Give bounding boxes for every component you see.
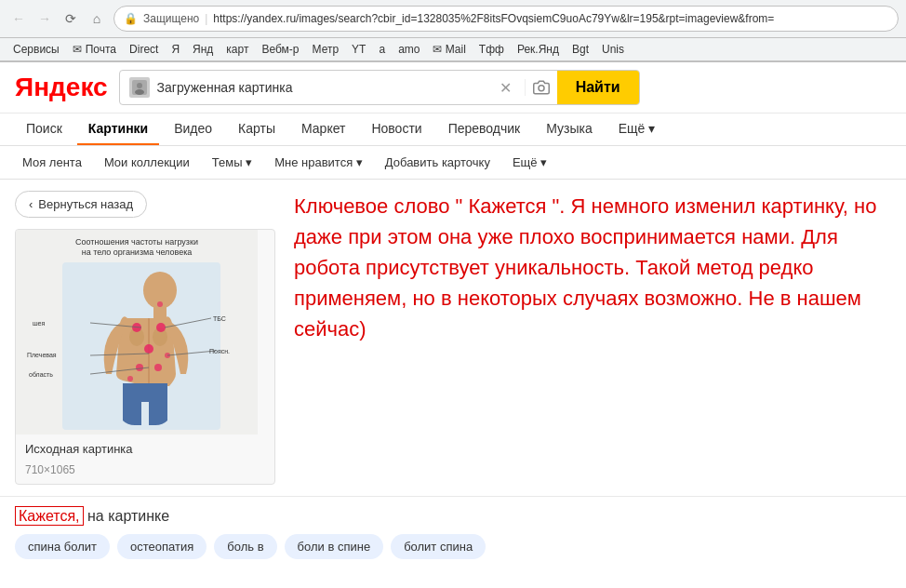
- nav-buttons: ← → ⟳ ⌂: [7, 7, 108, 30]
- tab-kartinki[interactable]: Картинки: [77, 114, 159, 145]
- tab-perevodchik[interactable]: Переводчик: [437, 114, 532, 145]
- tab-poisk[interactable]: Поиск: [15, 114, 73, 145]
- bookmark-amo[interactable]: amo: [393, 41, 425, 58]
- svg-text:на тело организма человека: на тело организма человека: [82, 247, 193, 257]
- forward-button[interactable]: →: [33, 7, 56, 30]
- svg-rect-9: [153, 307, 167, 318]
- bookmark-servisy[interactable]: Сервисы: [7, 41, 65, 58]
- svg-point-2: [135, 89, 144, 95]
- bookmark-yand[interactable]: Янд: [187, 41, 219, 58]
- svg-point-18: [127, 376, 133, 381]
- search-query-text: Загруженная картинка: [157, 80, 488, 95]
- secure-label: Защищено: [143, 12, 199, 25]
- query-highlight: Кажется,: [15, 506, 84, 526]
- reload-button[interactable]: ⟳: [60, 7, 82, 30]
- search-input-area: Загруженная картинка ✕: [120, 77, 525, 98]
- bookmark-tff[interactable]: Тфф: [473, 41, 510, 58]
- svg-point-1: [137, 83, 142, 88]
- tags-row: спина болит остеопатия боль в боли в спи…: [15, 534, 891, 559]
- sec-nav-mne-nravitsya[interactable]: Мне нравится: [267, 152, 370, 173]
- tag-boli-v-spine[interactable]: боли в спине: [285, 534, 384, 559]
- yandex-header: Яндекс Загруженная картинка ✕ Найти: [0, 62, 906, 114]
- svg-point-16: [136, 364, 143, 371]
- tag-bol-v[interactable]: боль в: [214, 534, 276, 559]
- tab-muzyka[interactable]: Музыка: [535, 114, 604, 145]
- bookmark-mail[interactable]: ✉ Mail: [427, 41, 471, 58]
- query-suffix: на картинке: [87, 508, 169, 524]
- bottom-section: Кажется, на картинке спина болит остеопа…: [0, 496, 906, 570]
- bookmark-bgt[interactable]: Bgt: [566, 41, 594, 58]
- tab-market[interactable]: Маркет: [290, 114, 356, 145]
- bookmark-rekyard[interactable]: Рек.Янд: [512, 41, 565, 58]
- separator: |: [205, 12, 207, 25]
- nav-tabs: Поиск Картинки Видео Карты Маркет Новост…: [0, 114, 906, 146]
- tab-novosti[interactable]: Новости: [360, 114, 433, 145]
- back-button[interactable]: ←: [7, 7, 30, 30]
- analysis-text: Ключевое слово " Кажется ". Я немного из…: [294, 191, 891, 344]
- browser-toolbar: ← → ⟳ ⌂ 🔒 Защищено | https://yandex.ru/i…: [0, 0, 906, 38]
- bottom-query: Кажется, на картинке: [15, 508, 891, 525]
- sec-nav-temy[interactable]: Темы: [205, 152, 260, 173]
- main-content: ‹ Вернуться назад Соотношения частоты на…: [0, 180, 906, 496]
- svg-text:шея: шея: [33, 320, 46, 327]
- search-thumb: [129, 77, 150, 98]
- bookmark-pochta[interactable]: ✉ Почта: [67, 41, 122, 58]
- bookmark-a[interactable]: а: [373, 41, 391, 58]
- svg-text:область: область: [29, 371, 53, 378]
- bookmark-metr[interactable]: Метр: [307, 41, 345, 58]
- left-panel: ‹ Вернуться назад Соотношения частоты на…: [15, 191, 275, 485]
- bookmark-ya[interactable]: Я: [166, 41, 185, 58]
- bookmarks-bar: Сервисы ✉ Почта Direct Я Янд карт Вебм-р…: [0, 38, 906, 61]
- bookmark-yt[interactable]: YT: [346, 41, 371, 58]
- svg-point-14: [156, 323, 166, 332]
- svg-point-3: [539, 86, 544, 91]
- yandex-logo[interactable]: Яндекс: [15, 73, 108, 102]
- svg-text:Соотношения частоты нагрузки: Соотношения частоты нагрузки: [75, 237, 198, 247]
- url-text: https://yandex.ru/images/search?cbir_id=…: [213, 12, 888, 25]
- bookmark-webm[interactable]: Вебм-р: [256, 41, 304, 58]
- tag-osteopatiya[interactable]: остеопатия: [117, 534, 207, 559]
- image-label: Исходная картинка: [16, 434, 274, 463]
- tag-spina-bolit[interactable]: спина болит: [15, 534, 110, 559]
- svg-point-20: [157, 301, 163, 307]
- chevron-left-icon: ‹: [29, 197, 33, 211]
- svg-text:Поясн.: Поясн.: [209, 348, 230, 354]
- search-camera-button[interactable]: [525, 79, 557, 96]
- sec-nav-moya-lenta[interactable]: Моя лента: [15, 152, 89, 173]
- search-bar: Загруженная картинка ✕ Найти: [119, 70, 640, 105]
- svg-point-17: [154, 364, 162, 371]
- home-button[interactable]: ⌂: [86, 7, 108, 30]
- tab-karty[interactable]: Карты: [227, 114, 286, 145]
- back-to-results-button[interactable]: ‹ Вернуться назад: [15, 191, 147, 218]
- sec-nav-yeshe[interactable]: Ещё: [505, 152, 554, 173]
- image-dimensions: 710×1065: [16, 463, 274, 484]
- svg-text:Плечевая: Плечевая: [27, 352, 57, 358]
- sec-nav-moi-kollektsii[interactable]: Мои коллекции: [97, 152, 197, 173]
- svg-text:ТБС: ТБС: [213, 315, 226, 322]
- lock-icon: 🔒: [124, 12, 138, 25]
- bookmark-kart[interactable]: карт: [220, 41, 254, 58]
- tab-yeshe[interactable]: Ещё ▾: [607, 114, 667, 145]
- bookmark-direct[interactable]: Direct: [124, 41, 164, 58]
- address-bar[interactable]: 🔒 Защищено | https://yandex.ru/images/se…: [113, 6, 899, 32]
- tab-video[interactable]: Видео: [163, 114, 223, 145]
- image-container: Соотношения частоты нагрузки на тело орг…: [15, 229, 275, 485]
- tag-bolit-spina[interactable]: болит спина: [391, 534, 486, 559]
- bookmark-unis[interactable]: Unis: [596, 41, 630, 58]
- search-clear-button[interactable]: ✕: [496, 79, 515, 97]
- search-submit-button[interactable]: Найти: [557, 70, 639, 105]
- browser-chrome: ← → ⟳ ⌂ 🔒 Защищено | https://yandex.ru/i…: [0, 0, 906, 62]
- right-panel: Ключевое слово " Кажется ". Я немного из…: [294, 191, 891, 485]
- svg-point-15: [144, 344, 153, 354]
- source-image: Соотношения частоты нагрузки на тело орг…: [16, 230, 258, 434]
- secondary-nav: Моя лента Мои коллекции Темы Мне нравитс…: [0, 146, 906, 180]
- sec-nav-dobavit-kartochku[interactable]: Добавить карточку: [378, 152, 498, 173]
